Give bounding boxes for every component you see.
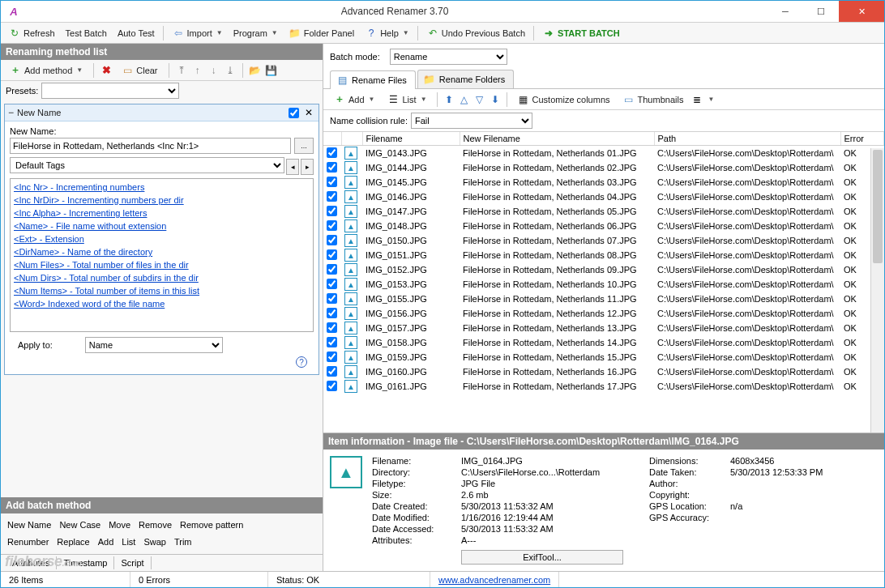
move-down-icon[interactable]: ↓ <box>207 64 220 77</box>
batch-method-item[interactable]: Swap <box>143 537 166 547</box>
row-checkbox[interactable] <box>327 279 337 289</box>
batch-method-item[interactable]: Renumber <box>7 537 49 547</box>
batch-method-item[interactable]: New Case <box>59 520 100 530</box>
tag-link[interactable]: <Name> - File name without extension <box>12 219 311 232</box>
customize-columns-button[interactable]: ▦Customize columns <box>512 91 615 109</box>
row-checkbox[interactable] <box>327 322 337 333</box>
website-link[interactable]: www.advancedrenamer.com <box>438 575 550 585</box>
table-row[interactable]: ▲IMG_0161.JPGFileHorse in Rottedam, Neth… <box>323 379 884 394</box>
row-checkbox[interactable] <box>327 381 337 391</box>
row-checkbox[interactable] <box>327 352 337 362</box>
close-icon[interactable]: ✕ <box>302 106 315 119</box>
row-checkbox[interactable] <box>327 293 337 304</box>
move-top-icon[interactable]: ⤒ <box>175 64 188 77</box>
sort-asc-icon[interactable]: ⬆ <box>442 93 455 106</box>
start-batch-button[interactable]: ➜START BATCH <box>537 24 625 42</box>
tag-link[interactable]: <DirName> - Name of the directory <box>12 245 311 258</box>
table-row[interactable]: ▲IMG_0145.JPGFileHorse in Rottedam, Neth… <box>323 175 884 190</box>
tag-link[interactable]: <Ext> - Extension <box>12 232 311 245</box>
table-row[interactable]: ▲IMG_0159.JPGFileHorse in Rottedam, Neth… <box>323 350 884 364</box>
undo-batch-button[interactable]: ↶Undo Previous Batch <box>421 24 530 42</box>
import-button[interactable]: ⇦Import▼ <box>167 24 228 42</box>
batch-method-item[interactable]: List <box>122 537 135 547</box>
row-checkbox[interactable] <box>327 235 337 245</box>
table-row[interactable]: ▲IMG_0151.JPGFileHorse in Rottedam, Neth… <box>323 248 884 262</box>
auto-test-button[interactable]: Auto Test <box>113 26 160 40</box>
sort-desc-icon[interactable]: ⬇ <box>489 93 502 106</box>
col-newfilename[interactable]: New Filename <box>460 132 654 146</box>
presets-select[interactable] <box>41 83 179 99</box>
batch-method-item[interactable]: Trim <box>174 537 192 547</box>
method-titlebar[interactable]: − New Name ✕ <box>5 104 319 121</box>
tag-link[interactable]: <Inc Alpha> - Incrementing letters <box>12 207 311 219</box>
table-row[interactable]: ▲IMG_0152.JPGFileHorse in Rottedam, Neth… <box>323 262 884 277</box>
row-checkbox[interactable] <box>327 191 337 202</box>
row-checkbox[interactable] <box>327 366 337 377</box>
minimize-button[interactable]: ─ <box>767 1 803 22</box>
clear-button[interactable]: ▭Clear <box>116 62 162 79</box>
tab-rename-files[interactable]: ▤Rename Files <box>330 70 416 89</box>
newname-input[interactable] <box>10 138 291 154</box>
batch-method-item[interactable]: Remove pattern <box>180 520 243 530</box>
save-icon[interactable]: 💾 <box>265 64 278 77</box>
collapse-icon[interactable]: − <box>8 107 14 118</box>
table-row[interactable]: ▲IMG_0144.JPGFileHorse in Rottedam, Neth… <box>323 160 884 175</box>
table-row[interactable]: ▲IMG_0158.JPGFileHorse in Rottedam, Neth… <box>323 335 884 350</box>
row-checkbox[interactable] <box>327 162 337 173</box>
batch-tab[interactable]: Script <box>114 556 151 569</box>
table-row[interactable]: ▲IMG_0160.JPGFileHorse in Rottedam, Neth… <box>323 364 884 379</box>
applyto-select[interactable]: Name <box>85 337 223 353</box>
tag-next-button[interactable]: ▸ <box>301 159 314 175</box>
col-filename[interactable]: Filename <box>362 132 460 146</box>
add-method-button[interactable]: ＋Add method▼ <box>4 62 88 79</box>
tag-link[interactable]: <Num Items> - Total number of items in t… <box>12 284 311 297</box>
col-path[interactable]: Path <box>654 132 840 146</box>
method-enabled-checkbox[interactable] <box>289 108 299 118</box>
table-row[interactable]: ▲IMG_0157.JPGFileHorse in Rottedam, Neth… <box>323 321 884 335</box>
vertical-scrollbar[interactable] <box>870 148 884 432</box>
help-icon[interactable]: ? <box>296 356 307 368</box>
batch-method-item[interactable]: New Name <box>7 520 51 530</box>
move-bottom-icon[interactable]: ⤓ <box>224 64 237 77</box>
add-button[interactable]: ＋Add▼ <box>328 91 380 109</box>
sort-a-icon[interactable]: △ <box>458 93 471 106</box>
default-tags-select[interactable]: Default Tags <box>10 157 284 173</box>
batch-method-item[interactable]: Replace <box>57 537 89 547</box>
table-row[interactable]: ▲IMG_0155.JPGFileHorse in Rottedam, Neth… <box>323 292 884 306</box>
collision-select[interactable]: Fail <box>411 113 532 129</box>
refresh-button[interactable]: ↻Refresh <box>3 24 60 42</box>
scrollbar-thumb[interactable] <box>873 150 883 263</box>
batchmode-select[interactable]: Rename <box>390 49 507 65</box>
help-button[interactable]: ?Help▼ <box>360 24 414 42</box>
batch-method-item[interactable]: Move <box>109 520 130 530</box>
program-button[interactable]: Program▼ <box>229 26 283 40</box>
table-row[interactable]: ▲IMG_0143.JPGFileHorse in Rottedam, Neth… <box>323 146 884 161</box>
batch-method-item[interactable]: Add <box>98 537 114 547</box>
delete-icon[interactable]: ✖ <box>100 64 113 77</box>
folder-panel-button[interactable]: 📁Folder Panel <box>284 24 359 42</box>
row-checkbox[interactable] <box>327 206 337 216</box>
tag-link[interactable]: <Word> Indexed word of the file name <box>12 297 311 310</box>
row-checkbox[interactable] <box>327 177 337 187</box>
sort-d-icon[interactable]: ▽ <box>473 93 486 106</box>
move-up-icon[interactable]: ↑ <box>191 64 204 77</box>
tag-link[interactable]: <Inc NrDir> - Incrementing numbers per d… <box>12 194 311 207</box>
tab-rename-folders[interactable]: 📁Rename Folders <box>417 70 514 88</box>
row-checkbox[interactable] <box>327 337 337 347</box>
row-checkbox[interactable] <box>327 264 337 275</box>
exiftool-button[interactable]: ExifTool... <box>461 550 623 565</box>
batch-method-item[interactable]: Remove <box>139 520 172 530</box>
tag-link[interactable]: <Inc Nr> - Incrementing numbers <box>12 181 311 194</box>
tag-link[interactable]: <Num Dirs> - Total number of subdirs in … <box>12 271 311 284</box>
tag-link[interactable]: <Num Files> - Total number of files in t… <box>12 258 311 271</box>
table-row[interactable]: ▲IMG_0146.JPGFileHorse in Rottedam, Neth… <box>323 190 884 204</box>
table-row[interactable]: ▲IMG_0148.JPGFileHorse in Rottedam, Neth… <box>323 219 884 233</box>
table-row[interactable]: ▲IMG_0156.JPGFileHorse in Rottedam, Neth… <box>323 306 884 321</box>
row-checkbox[interactable] <box>327 249 337 260</box>
tag-prev-button[interactable]: ◂ <box>286 159 299 175</box>
browse-button[interactable]: ... <box>294 138 314 154</box>
table-row[interactable]: ▲IMG_0153.JPGFileHorse in Rottedam, Neth… <box>323 277 884 292</box>
view-mode-icon[interactable]: ≣ <box>690 93 703 106</box>
close-button[interactable]: ✕ <box>839 1 884 22</box>
file-table[interactable]: Filename New Filename Path Error ▲IMG_01… <box>323 132 884 432</box>
